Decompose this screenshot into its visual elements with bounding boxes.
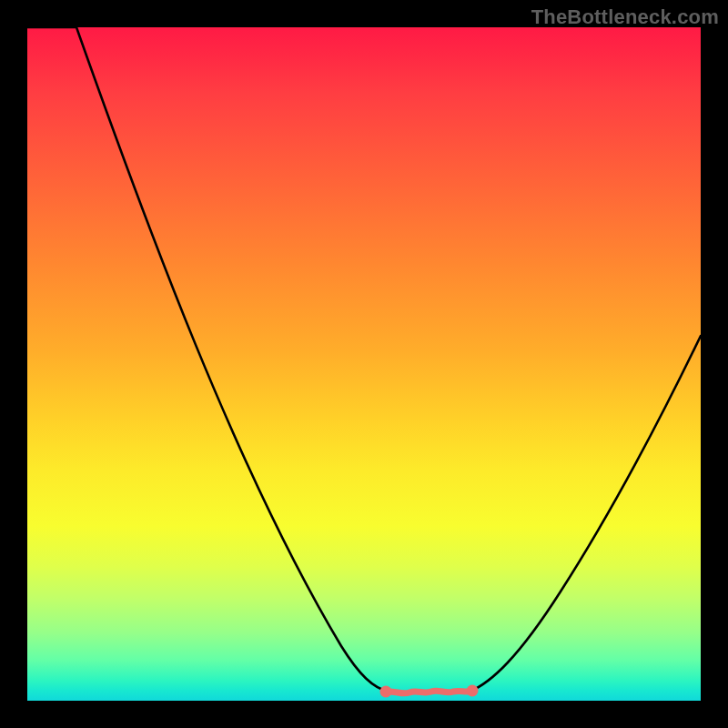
chart-container: TheBottleneck.com bbox=[0, 0, 728, 728]
plot-area bbox=[27, 27, 701, 701]
watermark: TheBottleneck.com bbox=[531, 5, 719, 29]
bottleneck-curve bbox=[27, 27, 701, 701]
svg-point-1 bbox=[467, 685, 479, 697]
svg-point-0 bbox=[380, 686, 392, 698]
